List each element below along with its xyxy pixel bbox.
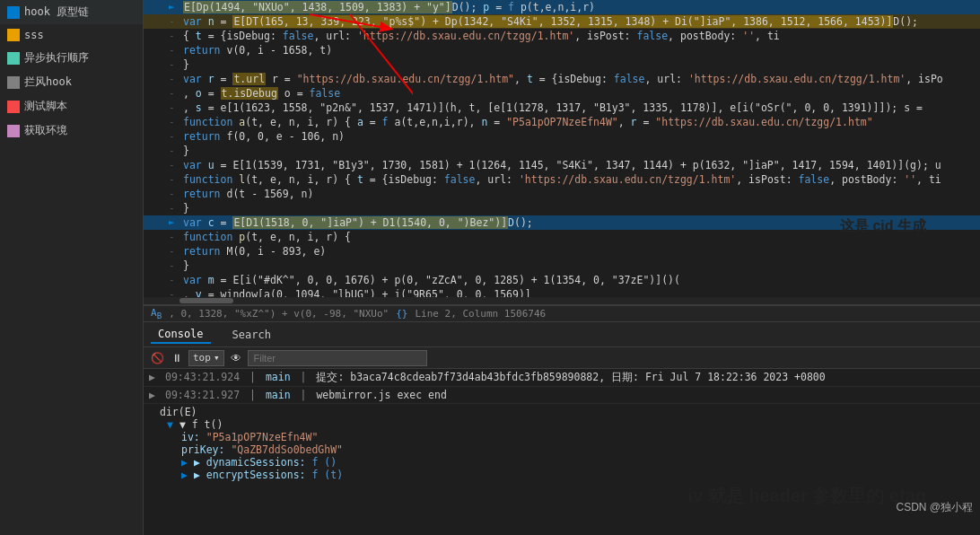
- sidebar-item-env[interactable]: 获取环境: [0, 118, 143, 143]
- code-line-20: - var m = E[i("#dK^", 0, 0, 1676) + p(0,…: [144, 273, 980, 287]
- expand-arrow-1[interactable]: ▶: [149, 371, 160, 383]
- sidebar-item-async[interactable]: 异步执行顺序: [0, 46, 143, 70]
- code-line-18: - return M(0, i - 893, e): [144, 244, 980, 259]
- code-line-13: - function l(t, e, n, i, r) { t = {isDeb…: [144, 172, 980, 187]
- code-line-17: - function p(t, e, n, i, r) {: [144, 230, 980, 244]
- sidebar-item-test[interactable]: 测试脚本: [0, 94, 143, 118]
- expand-encrypt-icon: ▶: [181, 469, 188, 481]
- sidebar-item-label: sss: [24, 29, 44, 41]
- dynamic-sessions-field[interactable]: ▶ ▶ dynamicSessions: f (): [160, 456, 975, 469]
- log-text-1: 09:43:21.924 | main | 提交: b3aca74c8cdeab…: [165, 371, 975, 384]
- code-line-14: - return d(t - 1569, n): [144, 187, 980, 201]
- console-panel: Console Search 🚫 ⏸ top ▾ 👁 ▶ 09:43:21.92…: [144, 321, 980, 519]
- eye-icon[interactable]: 👁: [228, 350, 244, 366]
- console-content: ▶ 09:43:21.924 | main | 提交: b3aca74c8cde…: [144, 369, 980, 519]
- sidebar-item-label: 拦风hook: [24, 75, 72, 90]
- scroll-thumb[interactable]: [179, 298, 233, 303]
- expand-fn-icon: ▼: [167, 418, 173, 431]
- iv-field: iv: "P5a1pOP7NzeEfn4W": [160, 431, 975, 443]
- code-line-4: - return v(0, i - 1658, t): [144, 43, 980, 57]
- status-text-1: , 0, 1328, "%xZ^") + v(0, -98, "NXUo": [169, 308, 389, 320]
- test-icon: [7, 101, 20, 113]
- sidebar-item-hook[interactable]: hook 原型链: [0, 0, 143, 24]
- sidebar-item-label: 异步执行顺序: [24, 50, 89, 66]
- watermark: CSDN @独小程: [896, 500, 973, 515]
- dir-root: dir(E): [160, 406, 975, 418]
- sidebar-item-label: 测试脚本: [24, 99, 67, 114]
- console-log-line-1: ▶ 09:43:21.924 | main | 提交: b3aca74c8cde…: [144, 369, 980, 387]
- console-tabs: Console Search: [144, 322, 980, 347]
- env-icon: [7, 125, 20, 137]
- code-line-1: ► E[Dp(1494, "NXUo", 1438, 1509, 1383) +…: [144, 0, 980, 14]
- async-icon: [7, 52, 20, 65]
- expand-arrow-2[interactable]: ▶: [149, 389, 160, 401]
- status-text-2: Line 2, Column 1506746: [415, 308, 546, 320]
- sidebar-item-wind[interactable]: 拦风hook: [0, 70, 143, 94]
- code-line-15: - }: [144, 201, 980, 215]
- code-line-7: - , o = t.isDebug o = false: [144, 86, 980, 101]
- tab-console[interactable]: Console: [151, 326, 211, 344]
- code-line-5: - }: [144, 57, 980, 72]
- sidebar-item-sss[interactable]: sss: [0, 24, 143, 46]
- horizontal-scrollbar[interactable]: [144, 297, 980, 304]
- encrypt-sessions-field[interactable]: ▶ ▶ encryptSessions: f (t): [160, 469, 975, 481]
- code-line-10: - return f(0, 0, e - 106, n): [144, 129, 980, 144]
- sss-icon: [7, 29, 20, 41]
- clear-console-button[interactable]: 🚫: [149, 350, 165, 366]
- wind-icon: [7, 76, 20, 89]
- hook-icon: [7, 6, 20, 19]
- code-line-11: - }: [144, 144, 980, 158]
- status-icon: AB: [151, 307, 162, 320]
- main-area: ► E[Dp(1494, "NXUo", 1438, 1509, 1383) +…: [144, 0, 980, 535]
- status-icon-2: {}: [396, 308, 407, 320]
- code-line-6: - var r = t.url r = "https://db.sxau.edu…: [144, 72, 980, 86]
- log-text-2: 09:43:21.927 | main | webmirror.js exec …: [165, 389, 975, 401]
- filter-input[interactable]: [248, 350, 427, 366]
- sidebar: hook 原型链 sss 异步执行顺序 拦风hook 测试脚本 获取环境: [0, 0, 144, 535]
- code-editor[interactable]: ► E[Dp(1494, "NXUo", 1438, 1509, 1383) +…: [144, 0, 980, 305]
- code-line-16: ► var c = E[D1(1518, 0, "]iaP") + D1(154…: [144, 215, 980, 230]
- code-line-2: - var n = E[DT(165, 13, 339, 223, "p%s$"…: [144, 14, 980, 29]
- code-status-bar: AB , 0, 1328, "%xZ^") + v(0, -98, "NXUo"…: [144, 305, 980, 321]
- sidebar-item-label: hook 原型链: [24, 4, 89, 20]
- code-line-12: - var u = E[1(1539, 1731, "B1y3", 1730, …: [144, 158, 980, 172]
- expand-dynamic-icon: ▶: [181, 456, 188, 469]
- object-tree: dir(E) ▼ ▼ f t() iv: "P5a1pOP7NzeEfn4W" …: [144, 404, 980, 483]
- tab-search[interactable]: Search: [225, 327, 278, 343]
- console-log-line-2: ▶ 09:43:21.927 | main | webmirror.js exe…: [144, 387, 980, 404]
- chevron-down-icon: ▾: [214, 352, 220, 364]
- pause-button[interactable]: ⏸: [169, 350, 185, 366]
- code-line-19: - }: [144, 259, 980, 273]
- fn-tree-root[interactable]: ▼ ▼ f t(): [160, 418, 975, 431]
- console-toolbar: 🚫 ⏸ top ▾ 👁: [144, 347, 980, 369]
- context-selector[interactable]: top ▾: [188, 350, 224, 366]
- etag-annotation: iv 就是 header 参数里的 etag: [687, 484, 926, 508]
- code-line-9: - function a(t, e, n, i, r) { a = f a(t,…: [144, 115, 980, 129]
- prikey-field: priKey: "QaZB7ddSo0bedGhW": [160, 443, 975, 456]
- code-line-3: - { t = {isDebug: false, url: 'https://d…: [144, 29, 980, 43]
- code-line-8: - , s = e[1(1623, 1558, "p2n&", 1537, 14…: [144, 101, 980, 115]
- context-label: top: [193, 352, 211, 364]
- code-lines: ► E[Dp(1494, "NXUo", 1438, 1509, 1383) +…: [144, 0, 980, 304]
- sidebar-item-label: 获取环境: [24, 123, 67, 138]
